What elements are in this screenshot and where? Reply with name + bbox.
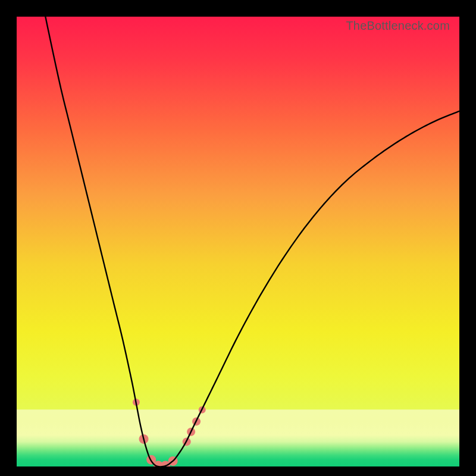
marker-group: [133, 399, 206, 466]
curve-layer: [17, 17, 459, 466]
plot-area: TheBottleneck.com: [17, 17, 459, 466]
bottleneck-curve: [45, 17, 459, 466]
watermark-label: TheBottleneck.com: [346, 19, 450, 33]
chart-frame: TheBottleneck.com: [0, 0, 476, 476]
